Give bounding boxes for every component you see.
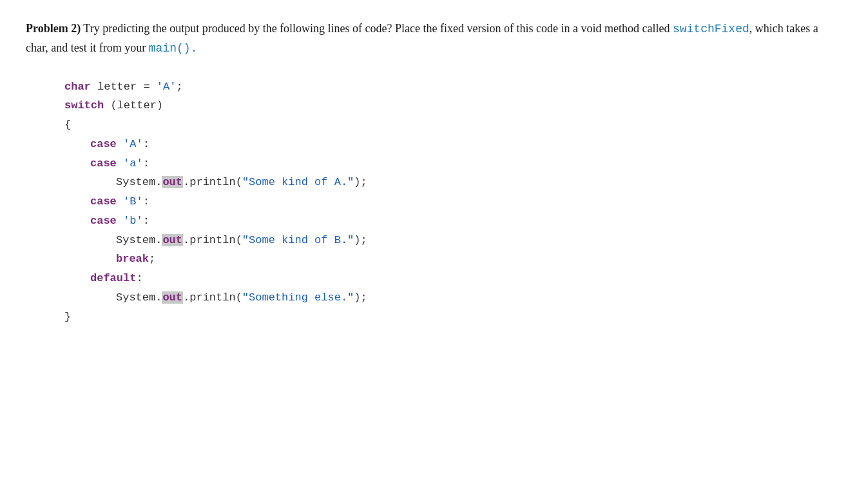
close-brace: }: [64, 311, 71, 323]
code-line-5: case 'a':: [90, 154, 842, 173]
string-some-kind-a: "Some kind of A.": [242, 176, 354, 188]
code-text: :: [143, 138, 149, 150]
code-block: char letter = 'A'; switch (letter) { cas…: [64, 77, 842, 327]
string-something-else: "Something else.": [242, 291, 354, 304]
code-text: ;: [149, 253, 155, 265]
keyword-char: char: [64, 81, 91, 93]
code-line-10: break;: [116, 250, 842, 269]
keyword-case-A: case: [90, 138, 117, 150]
char-literal-case-a: 'a': [123, 157, 143, 170]
keyword-case-B: case: [90, 195, 117, 208]
keyword-break: break: [116, 253, 149, 265]
keyword-default: default: [90, 272, 136, 284]
code-text: [117, 138, 123, 150]
out-keyword-3: out: [162, 291, 183, 304]
code-text: [117, 215, 123, 227]
code-text: System.: [116, 234, 162, 246]
keyword-switch: switch: [64, 99, 104, 112]
code-text: System.: [116, 291, 162, 304]
code-line-2: switch (letter): [64, 96, 842, 115]
char-literal-case-A: 'A': [123, 138, 143, 150]
code-text: .println(: [183, 176, 242, 188]
keyword-case-a: case: [90, 157, 117, 170]
keyword-case-b: case: [90, 215, 117, 227]
code-text: :: [136, 272, 142, 284]
code-text: letter =: [91, 81, 157, 93]
code-line-7: case 'B':: [90, 192, 842, 211]
problem-container: Problem 2) Try predicting the output pro…: [26, 19, 842, 326]
code-line-11: default:: [90, 269, 842, 288]
code-text: [117, 157, 123, 170]
code-line-12: System.out.println("Something else.");: [116, 288, 842, 308]
code-text: System.: [116, 176, 162, 188]
code-text: );: [354, 176, 367, 188]
code-text: .println(: [183, 234, 242, 246]
code-text: [117, 195, 123, 208]
code-text: );: [354, 291, 367, 304]
code-line-1: char letter = 'A';: [64, 77, 842, 97]
string-some-kind-b: "Some kind of B.": [242, 234, 354, 246]
out-keyword-2: out: [162, 234, 183, 246]
code-text: .println(: [183, 291, 242, 304]
out-keyword-1: out: [162, 176, 183, 188]
code-text: (letter): [104, 99, 163, 112]
method-name-inline: switchFixed: [673, 23, 749, 35]
main-method-inline: main().: [149, 42, 198, 55]
code-line-13: }: [64, 308, 842, 327]
code-line-9: System.out.println("Some kind of B.");: [116, 231, 842, 250]
code-line-4: case 'A':: [90, 135, 842, 154]
code-line-6: System.out.println("Some kind of A.");: [116, 173, 842, 192]
code-line-3: {: [64, 115, 842, 135]
problem-label: Problem 2): [26, 22, 81, 35]
char-literal-A: 'A': [157, 81, 177, 93]
code-line-8: case 'b':: [90, 211, 842, 231]
code-text: );: [354, 234, 367, 246]
code-text: ;: [176, 81, 182, 93]
code-text: :: [143, 195, 149, 208]
open-brace: {: [64, 119, 71, 131]
char-literal-case-B: 'B': [123, 195, 143, 208]
code-text: :: [143, 215, 149, 227]
code-text: :: [143, 157, 149, 170]
char-literal-case-b: 'b': [123, 215, 143, 227]
problem-description: Problem 2) Try predicting the output pro…: [26, 19, 838, 58]
problem-text-before: Try predicting the output produced by th…: [81, 22, 673, 35]
